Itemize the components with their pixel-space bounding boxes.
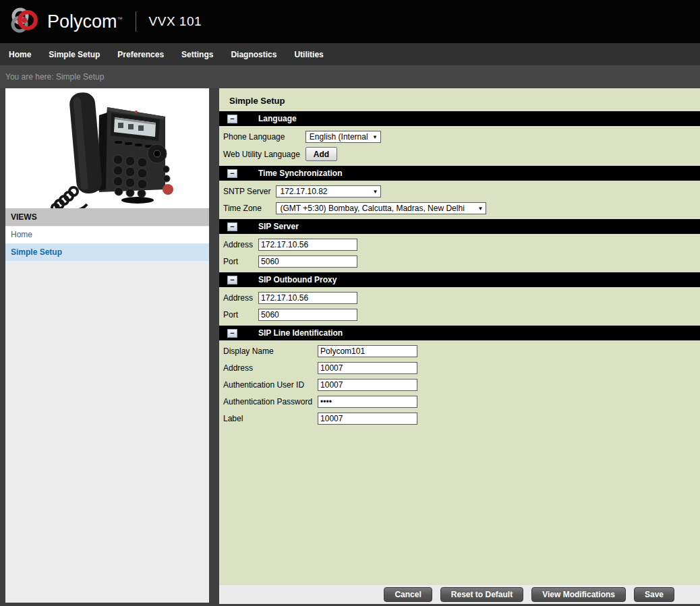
collapse-minus-icon[interactable]: − xyxy=(227,329,237,338)
sidebar: VIEWS HomeSimple Setup xyxy=(5,88,209,603)
field-label: Phone Language xyxy=(223,128,305,145)
views-list: HomeSimple Setup xyxy=(5,226,209,261)
field-label: Authentication Password xyxy=(223,393,318,410)
field-label: Address xyxy=(223,236,258,253)
nav-item-preferences[interactable]: Preferences xyxy=(117,50,164,59)
sip-line-identification-display-name-input[interactable] xyxy=(318,345,417,357)
language-phone-language-select[interactable]: English (Internal)▼ xyxy=(305,131,381,143)
product-model: VVX 101 xyxy=(149,14,202,29)
main-content: Simple Setup −LanguagePhone LanguageEngl… xyxy=(219,88,700,604)
sip-line-identification-label-input[interactable] xyxy=(318,413,417,425)
field-label: Time Zone xyxy=(223,200,276,216)
section-body-sip-line-identification: Display NameAddressAuthentication User I… xyxy=(223,342,417,427)
section-body-sip-outbound-proxy: AddressPort xyxy=(223,289,357,323)
trademark-mark: ™ xyxy=(117,16,123,22)
field-row: Port xyxy=(223,306,357,323)
field-row: Address xyxy=(223,359,417,376)
app-header: Polycom™ VVX 101 xyxy=(0,0,700,43)
nav-item-simple-setup[interactable]: Simple Setup xyxy=(49,50,100,59)
chevron-down-icon: ▼ xyxy=(478,206,484,212)
page-body: VIEWS HomeSimple Setup Simple Setup −Lan… xyxy=(0,88,700,604)
main-nav: HomeSimple SetupPreferencesSettingsDiagn… xyxy=(0,43,700,65)
field-label: Address xyxy=(223,289,258,306)
field-row: Web Utility LanguageAdd xyxy=(223,145,381,163)
brand-name: Polycom™ xyxy=(47,11,123,32)
collapse-minus-icon[interactable]: − xyxy=(227,169,237,178)
field-label: Address xyxy=(223,359,318,376)
sip-server-port-input[interactable] xyxy=(258,255,357,268)
collapse-minus-icon[interactable]: − xyxy=(227,115,237,123)
polycom-logo xyxy=(9,4,41,39)
section-body-language: Phone LanguageEnglish (Internal)▼Web Uti… xyxy=(223,128,381,163)
sip-server-address-input[interactable] xyxy=(258,239,357,251)
sip-line-identification-authentication-user-id-input[interactable] xyxy=(318,379,417,391)
time-synchronization-time-zone-select[interactable]: (GMT +5:30) Bombay, Calcutta, Madras, Ne… xyxy=(276,202,486,214)
section-header-sip-line-identification: −SIP Line Identification xyxy=(219,326,700,340)
section-header-language: −Language xyxy=(219,111,700,126)
section-title: SIP Server xyxy=(258,222,299,231)
cancel-button[interactable]: Cancel xyxy=(384,587,432,602)
nav-item-home[interactable]: Home xyxy=(9,50,31,59)
chevron-down-icon: ▼ xyxy=(372,134,378,140)
sip-outbound-proxy-port-input[interactable] xyxy=(258,309,357,321)
field-label: Port xyxy=(223,253,258,270)
chevron-down-icon: ▼ xyxy=(373,189,378,195)
field-row: Address xyxy=(223,236,357,253)
field-label: Port xyxy=(223,306,258,323)
field-label: SNTP Server xyxy=(223,183,276,200)
field-row: Authentication User ID xyxy=(223,376,417,393)
nav-item-utilities[interactable]: Utilities xyxy=(294,50,323,59)
nav-item-settings[interactable]: Settings xyxy=(181,50,213,59)
section-title: Language xyxy=(258,114,297,123)
time-synchronization-sntp-server-select[interactable]: 172.17.10.82▼ xyxy=(276,185,381,198)
collapse-minus-icon[interactable]: − xyxy=(227,222,237,231)
sidebar-item-simple-setup[interactable]: Simple Setup xyxy=(5,243,209,261)
field-row: SNTP Server172.17.10.82▼ xyxy=(223,183,486,200)
section-title: Time Synchronization xyxy=(258,169,342,178)
field-row: Authentication Password xyxy=(223,393,417,410)
reset-to-default-button[interactable]: Reset to Default xyxy=(440,587,523,602)
field-row: Display Name xyxy=(223,342,417,359)
section-body-sip-server: AddressPort xyxy=(223,236,357,270)
field-label: Display Name xyxy=(223,342,318,359)
save-button[interactable]: Save xyxy=(634,587,674,602)
phone-product-image xyxy=(5,88,209,208)
field-row: Phone LanguageEnglish (Internal)▼ xyxy=(223,128,381,145)
section-header-time-synchronization: −Time Synchronization xyxy=(219,166,700,181)
field-row: Time Zone(GMT +5:30) Bombay, Calcutta, M… xyxy=(223,200,486,216)
breadcrumb: You are here: Simple Setup xyxy=(0,65,700,88)
field-row: Port xyxy=(223,253,357,270)
sip-line-identification-authentication-password-password-input[interactable] xyxy=(318,396,417,408)
field-row: Label xyxy=(223,410,417,427)
section-body-time-synchronization: SNTP Server172.17.10.82▼Time Zone(GMT +5… xyxy=(223,183,486,216)
section-header-sip-server: −SIP Server xyxy=(219,219,700,234)
collapse-minus-icon[interactable]: − xyxy=(227,276,237,284)
select-value: English (Internal) xyxy=(310,132,368,142)
section-title: SIP Outbound Proxy xyxy=(258,275,337,284)
language-add-button[interactable]: Add xyxy=(305,147,337,161)
field-label: Authentication User ID xyxy=(223,376,318,393)
sip-line-identification-address-input[interactable] xyxy=(318,362,417,374)
section-header-sip-outbound-proxy: −SIP Outbound Proxy xyxy=(219,272,700,287)
field-label: Web Utility Language xyxy=(223,145,305,163)
select-value: 172.17.10.82 xyxy=(280,187,368,196)
select-value: (GMT +5:30) Bombay, Calcutta, Madras, Ne… xyxy=(280,204,473,213)
sidebar-item-home[interactable]: Home xyxy=(5,226,209,243)
page-title: Simple Setup xyxy=(219,88,700,111)
section-title: SIP Line Identification xyxy=(258,328,343,338)
field-row: Address xyxy=(223,289,357,306)
nav-item-diagnostics[interactable]: Diagnostics xyxy=(231,50,276,59)
header-divider xyxy=(136,11,136,32)
view-modifications-button[interactable]: View Modifications xyxy=(531,587,626,602)
sidebar-filler xyxy=(5,261,209,603)
field-label: Label xyxy=(223,410,318,427)
views-header: VIEWS xyxy=(5,208,209,226)
sip-outbound-proxy-address-input[interactable] xyxy=(258,292,357,304)
footer-button-bar: CancelReset to DefaultView Modifications… xyxy=(219,585,700,604)
sections: −LanguagePhone LanguageEnglish (Internal… xyxy=(219,111,700,585)
